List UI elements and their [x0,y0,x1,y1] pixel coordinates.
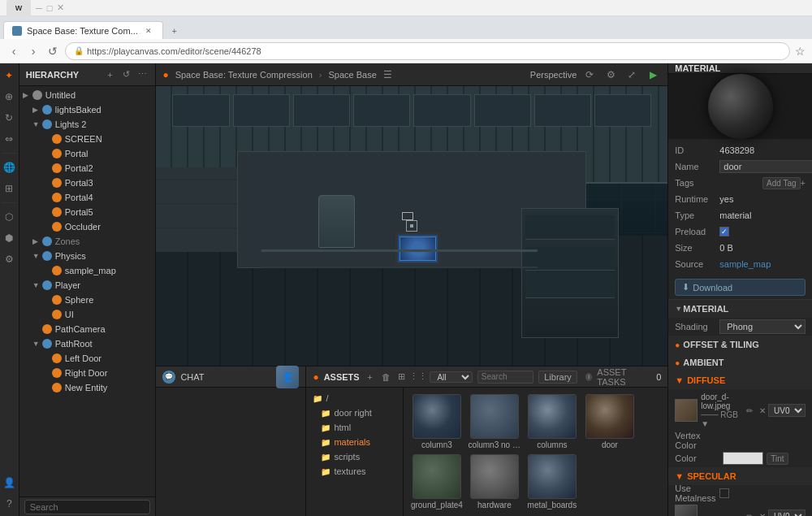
library-info-icon[interactable]: i [585,373,592,381]
tree-item-ui[interactable]: UI [39,307,156,322]
toolbar-settings-icon[interactable]: ⚙ [0,250,18,268]
hierarchy-search-input[interactable] [24,500,151,514]
toolbar-user-icon[interactable]: 👤 [0,474,18,492]
tab-close-btn[interactable]: ✕ [143,25,154,37]
scene-menu-icon[interactable]: ☰ [383,69,392,80]
assets-add-btn[interactable]: + [365,371,376,384]
asset-item-metal[interactable]: metal_boards [525,454,578,509]
tree-item-portal3[interactable]: Portal3 [39,176,156,190]
shading-select[interactable]: Phong [719,319,806,334]
diffuse-thumb[interactable] [675,399,698,422]
tree-item-portal4[interactable]: Portal4 [39,190,156,205]
asset-item-door[interactable]: door [583,394,636,449]
asset-folder-scripts[interactable]: 📁 scripts [311,449,398,464]
asset-item-hardware[interactable]: hardware [468,454,520,509]
color-swatch[interactable] [723,452,763,465]
offset-tiling-header[interactable]: ● OFFSET & TILING [668,336,812,353]
tree-item-player[interactable]: ▼ Player [29,278,156,293]
hierarchy-more-btn[interactable]: ⋯ [136,68,149,81]
toolbar-select-icon[interactable]: ⊕ [0,88,18,106]
asset-item-column3[interactable]: column3 [410,394,463,449]
source-value[interactable]: sample_map [719,259,806,269]
viewport-settings-btn[interactable]: ⚙ [603,67,619,83]
asset-item-column3n[interactable]: column3 no norm... [468,394,520,449]
add-tag-icon[interactable]: + [801,178,806,188]
asset-item-columns[interactable]: columns [525,394,578,449]
specular-header[interactable]: ▼ SPECULAR [668,467,812,485]
browser-maximize[interactable]: □ [47,3,53,13]
asset-folder-doorright[interactable]: 📁 door right [311,405,398,420]
diffuse-header[interactable]: ▼ DIFFUSE [668,371,812,389]
download-btn[interactable]: ⬇ Download [675,279,806,296]
hierarchy-refresh-btn[interactable]: ↺ [119,68,132,81]
toolbar-move-icon[interactable]: ✦ [0,67,18,85]
asset-folder-textures[interactable]: 📁 textures [311,464,398,479]
tree-item-portal5[interactable]: Portal5 [39,205,156,219]
forward-btn[interactable]: › [26,44,41,59]
name-input[interactable] [719,160,812,173]
viewport[interactable] [156,86,667,366]
tree-item-sphere[interactable]: Sphere [39,293,156,307]
tree-item-portal[interactable]: Portal [39,146,156,161]
new-tab-btn[interactable]: + [166,23,183,39]
tree-item-newentity[interactable]: New Entity [39,380,156,395]
ambient-header[interactable]: ● AMBIENT [668,353,812,371]
breadcrumb-scene[interactable]: Space Base: Texture Compression [175,70,313,80]
tree-item-portal2[interactable]: Portal2 [39,161,156,176]
assets-search-input[interactable] [482,372,529,381]
viewport-expand-btn[interactable]: ⤢ [624,67,640,83]
tree-item-untitled[interactable]: ▶ Untitled [19,88,156,102]
viewport-rotate-btn[interactable]: ⟳ [581,67,598,83]
assets-library-btn[interactable]: Library [538,371,577,384]
toolbar-rotate-icon[interactable]: ↻ [0,109,18,127]
specular-edit-btn[interactable]: ✏ [744,510,755,516]
tint-btn[interactable]: Tint [767,453,788,465]
tree-item-occluder[interactable]: Occluder [39,219,156,234]
tree-item-leftdoor[interactable]: Left Door [39,351,156,366]
browser-minimize[interactable]: ─ [36,3,42,13]
asset-item-ground[interactable]: ground_plate4 [410,454,463,509]
material-section-header[interactable]: ▼ MATERIAL [668,300,812,318]
asset-folder-root[interactable]: 📁 / [311,391,398,405]
assets-filter-select[interactable]: All [430,371,472,383]
specular-remove-btn[interactable]: ✕ [757,510,768,516]
active-tab[interactable]: Space Base: Texture Com... ✕ [3,21,163,39]
hierarchy-add-btn[interactable]: + [103,68,116,81]
asset-folder-materials[interactable]: 📁 materials [311,435,398,449]
toolbar-snap-icon[interactable]: ⊞ [0,180,18,197]
toolbar-component-icon[interactable]: ⬢ [0,229,18,247]
tree-item-rightdoor[interactable]: Right Door [39,366,156,380]
diffuse-edit-btn[interactable]: ✏ [744,405,755,416]
tree-item-physics[interactable]: ▼ Physics [29,249,156,263]
toolbar-world-icon[interactable]: 🌐 [0,158,18,176]
tree-item-lights2[interactable]: ▼ Lights 2 [29,117,156,132]
metalness-checkbox[interactable] [719,488,729,498]
tree-item-pathcamera[interactable]: PathCamera [29,322,156,336]
assets-search-box[interactable] [477,371,533,384]
assets-delete-btn[interactable]: 🗑 [380,371,391,384]
tree-item-pathroot[interactable]: ▼ PathRoot [29,336,156,351]
preload-checkbox[interactable]: ✓ [719,227,729,236]
specular-uv-select[interactable]: UV0 [768,509,806,516]
reload-btn[interactable]: ↺ [45,44,60,59]
toolbar-scale-icon[interactable]: ⇔ [0,130,18,148]
tree-item-lightsbaked[interactable]: ▶ lightsBaked [29,102,156,117]
add-tag-btn[interactable]: Add Tag [762,177,801,189]
tree-item-screen[interactable]: SCREEN [39,132,156,146]
diffuse-remove-btn[interactable]: ✕ [757,405,768,416]
browser-close[interactable]: ✕ [57,2,64,13]
breadcrumb-project[interactable]: Space Base [328,70,376,80]
toolbar-help-icon[interactable]: ? [0,495,18,513]
assets-grid-btn[interactable]: ⋮⋮ [412,371,425,384]
diffuse-uv-select[interactable]: UV0 [768,404,806,417]
bookmark-btn[interactable]: ☆ [795,45,806,58]
toolbar-entity-icon[interactable]: ⬡ [0,208,18,226]
back-btn[interactable]: ‹ [6,44,21,59]
assets-duplicate-btn[interactable]: ⊞ [396,371,408,384]
address-bar[interactable]: 🔒 https://playcanvas.com/editor/scene/44… [65,42,790,60]
tree-item-zones[interactable]: ▶ Zones [29,234,156,249]
viewport-play-btn[interactable]: ▶ [645,67,661,83]
specular-thumb[interactable] [675,505,698,516]
tree-item-samplemap[interactable]: sample_map [39,263,156,278]
asset-folder-html[interactable]: 📁 html [311,420,398,435]
